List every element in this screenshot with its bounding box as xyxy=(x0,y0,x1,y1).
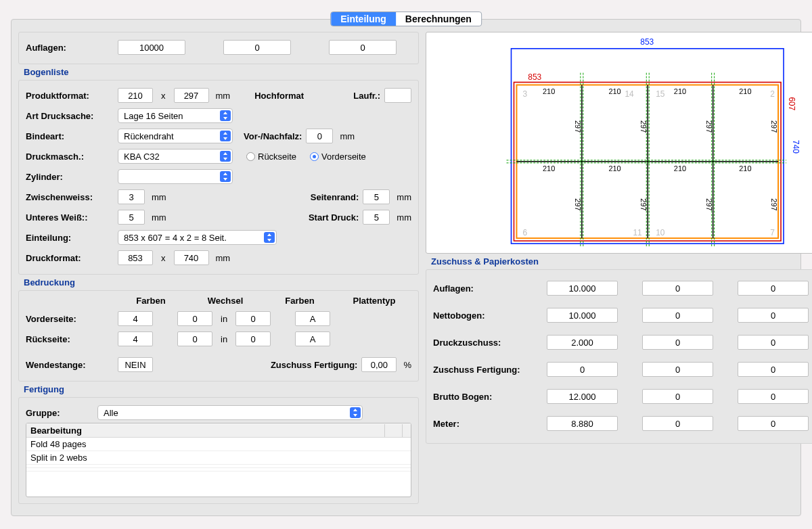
panel-fertigung: Gruppe: Alle Bearbeitung Fold 48 pages S… xyxy=(18,397,419,504)
svg-text:210: 210 xyxy=(674,164,686,172)
seitenrand-unit: mm xyxy=(397,192,411,202)
druckmasch-select[interactable]: KBA C32 xyxy=(118,149,233,164)
svg-text:297: 297 xyxy=(770,120,778,133)
auflagen-3-input[interactable] xyxy=(329,40,397,55)
rueckseite-radio[interactable]: Rückseite xyxy=(246,152,296,162)
svg-text:297: 297 xyxy=(705,120,713,133)
cost-brutto-a[interactable] xyxy=(547,389,618,404)
cost-druckzuschuss-label: Druckzuschuss: xyxy=(433,338,547,348)
df-x: x xyxy=(161,253,166,263)
unteres-unit: mm xyxy=(152,212,166,223)
zwischen-input[interactable] xyxy=(118,189,145,204)
svg-text:297: 297 xyxy=(705,198,713,210)
imposition-preview: 853 740 853 607 xyxy=(426,32,812,254)
panel-costs: Auflagen: Nettobogen: Druckzuschuss: Zus… xyxy=(426,269,812,444)
vorderseite-radio[interactable]: Vorderseite xyxy=(310,152,366,162)
laufr-label: Laufr.: xyxy=(353,91,380,101)
svg-text:210: 210 xyxy=(739,87,751,95)
art-label: Art Drucksache: xyxy=(26,111,114,121)
cost-meter-a[interactable] xyxy=(547,416,618,431)
einteilung-select[interactable]: 853 x 607 = 4 x 2 = 8 Seit. xyxy=(118,230,277,245)
orientation-label: Hochformat xyxy=(254,91,304,101)
v-wechsel-input[interactable] xyxy=(177,311,212,326)
fertigung-table[interactable]: Bearbeitung Fold 48 pages Split in 2 web… xyxy=(26,423,411,497)
hdr-plattentyp: Plattentyp xyxy=(351,296,398,306)
tab-einteilung[interactable]: Einteilung xyxy=(331,12,396,26)
auflagen-2-input[interactable] xyxy=(223,40,291,55)
druckformat-label: Druckformat: xyxy=(26,253,114,263)
v-farben-input[interactable] xyxy=(118,311,153,326)
panel-bedruckung: Farben Wechsel Farben Plattentyp Vorders… xyxy=(18,290,419,382)
cost-meter-c[interactable] xyxy=(738,416,809,431)
cost-brutto-c[interactable] xyxy=(738,389,809,404)
cost-brutto-b[interactable] xyxy=(642,389,713,404)
cost-meter-b[interactable] xyxy=(642,416,713,431)
svg-text:297: 297 xyxy=(639,120,648,133)
unteres-input[interactable] xyxy=(118,210,145,225)
table-row[interactable]: Split in 2 webs xyxy=(26,451,411,465)
vornach-input[interactable] xyxy=(306,129,333,143)
cost-nettobogen-a[interactable] xyxy=(547,308,618,323)
produktformat-width-input[interactable] xyxy=(118,88,153,103)
r-wechsel-input[interactable] xyxy=(177,331,212,346)
fertigung-heading: Fertigung xyxy=(24,384,419,394)
laufr-input[interactable] xyxy=(384,88,411,103)
svg-text:210: 210 xyxy=(543,164,555,172)
svg-text:210: 210 xyxy=(739,164,751,172)
cost-auflagen-b[interactable] xyxy=(642,281,713,296)
v-farben2-input[interactable] xyxy=(235,311,271,326)
bedruckung-heading: Bedruckung xyxy=(24,277,419,288)
r-farben2-input[interactable] xyxy=(235,331,271,346)
cost-nettobogen-label: Nettobogen: xyxy=(433,310,547,321)
v-typ-input[interactable] xyxy=(295,311,330,326)
cost-druckzuschuss-c[interactable] xyxy=(738,335,809,350)
table-row[interactable]: Fold 48 pages xyxy=(26,438,411,451)
zylinder-select[interactable] xyxy=(118,169,233,184)
auflagen-1-input[interactable] xyxy=(118,40,185,55)
svg-text:210: 210 xyxy=(674,87,686,95)
zylinder-label: Zylinder: xyxy=(26,172,114,182)
seitenrand-input[interactable] xyxy=(363,189,390,204)
bindeart-select[interactable]: Rückendraht xyxy=(118,129,233,143)
pf-unit: mm xyxy=(216,91,231,101)
vornach-unit: mm xyxy=(340,131,355,141)
startdruck-input[interactable] xyxy=(363,210,390,225)
cost-auflagen-c[interactable] xyxy=(738,281,809,296)
druckformat-width-input[interactable] xyxy=(118,250,153,265)
wendestange-input[interactable] xyxy=(118,357,153,372)
bindeart-label: Bindeart: xyxy=(26,131,114,141)
cost-auflagen-label: Auflagen: xyxy=(433,283,547,294)
einteilung-label: Einteilung: xyxy=(26,233,114,243)
zuschuss-input[interactable] xyxy=(361,357,397,372)
svg-text:210: 210 xyxy=(608,164,621,172)
startdruck-unit: mm xyxy=(397,212,411,223)
cost-auflagen-a[interactable] xyxy=(547,281,618,296)
cost-druckzuschuss-a[interactable] xyxy=(547,335,618,350)
app-window: Einteilung Berechnungen Auflagen: Bogenl… xyxy=(11,19,801,516)
pct: % xyxy=(403,360,411,370)
art-value: Lage 16 Seiten xyxy=(124,111,183,121)
costs-heading: Zuschuss & Papierkosten xyxy=(431,256,812,267)
r-farben-input[interactable] xyxy=(118,331,153,346)
svg-text:297: 297 xyxy=(574,120,582,133)
wendestange-label: Wendestange: xyxy=(26,360,114,370)
produktformat-height-input[interactable] xyxy=(174,88,209,103)
cost-zuschussfert-b[interactable] xyxy=(642,362,713,377)
x-sep: x xyxy=(161,91,166,101)
cost-zuschussfert-c[interactable] xyxy=(738,362,809,377)
vorderseite-radio-label: Vorderseite xyxy=(321,152,366,162)
table-row[interactable] xyxy=(26,468,411,472)
content: Auflagen: Bogenliste Produktformat: x mm xyxy=(12,20,800,513)
art-select[interactable]: Lage 16 Seiten xyxy=(118,108,233,123)
druckformat-height-input[interactable] xyxy=(174,250,209,265)
svg-text:11: 11 xyxy=(633,228,642,237)
svg-text:6: 6 xyxy=(522,228,527,237)
svg-text:2: 2 xyxy=(770,89,775,99)
r-typ-input[interactable] xyxy=(295,331,330,346)
cost-zuschussfert-a[interactable] xyxy=(547,362,618,377)
cost-druckzuschuss-b[interactable] xyxy=(642,335,713,350)
tab-berechnungen[interactable]: Berechnungen xyxy=(396,12,481,26)
cost-nettobogen-c[interactable] xyxy=(738,308,809,323)
cost-nettobogen-b[interactable] xyxy=(642,308,713,323)
gruppe-select[interactable]: Alle xyxy=(97,405,363,420)
